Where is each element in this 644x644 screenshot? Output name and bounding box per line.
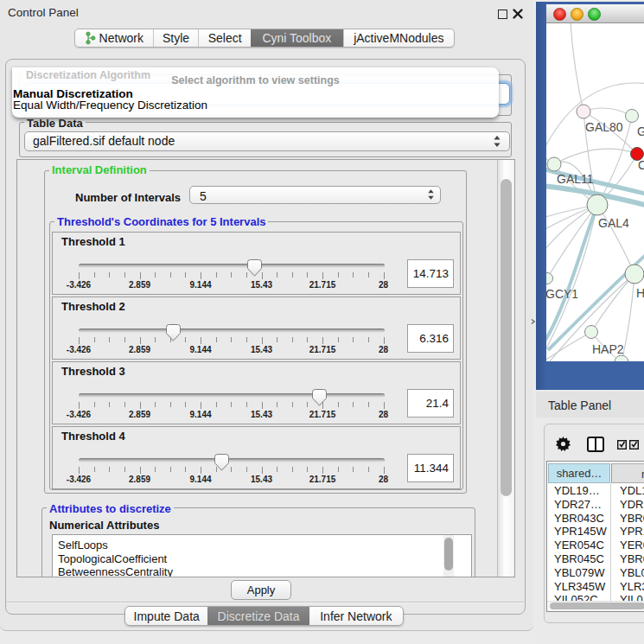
svg-text:GCY1: GCY1 — [546, 287, 578, 301]
svg-text:GAL11: GAL11 — [557, 172, 594, 186]
svg-text:GAL80: GAL80 — [585, 120, 623, 134]
svg-text:GAL: GAL — [637, 124, 644, 138]
svg-text:HAP2: HAP2 — [592, 342, 624, 356]
svg-text:H: H — [636, 286, 644, 300]
svg-text:C: C — [638, 158, 644, 172]
svg-text:GAL4: GAL4 — [598, 216, 629, 230]
